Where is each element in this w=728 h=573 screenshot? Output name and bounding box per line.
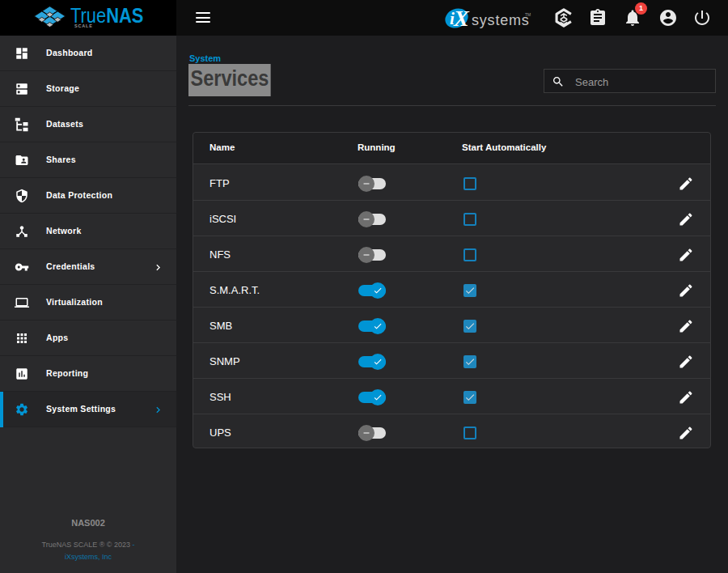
- svg-text:TM: TM: [525, 12, 531, 17]
- svg-text:X: X: [453, 6, 470, 31]
- svg-text:systems: systems: [472, 12, 530, 28]
